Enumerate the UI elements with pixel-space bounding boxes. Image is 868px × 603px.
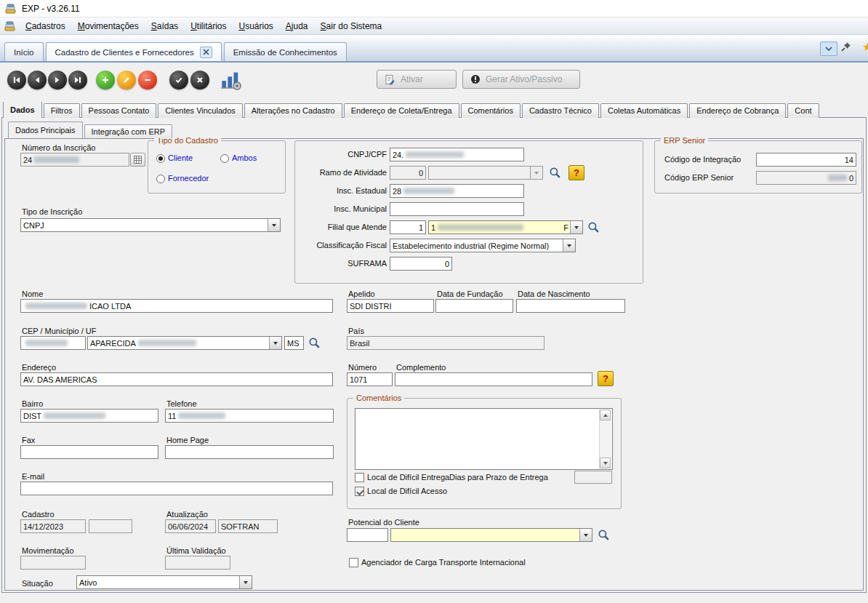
insc-estadual-field[interactable]: 28: [390, 184, 524, 198]
pin-icon[interactable]: [840, 41, 852, 52]
telefone-value: 11: [168, 412, 176, 420]
filial-atende-label: Filial que Atende: [300, 223, 387, 232]
cancel-button[interactable]: [190, 71, 209, 89]
email-field[interactable]: [20, 482, 333, 495]
checkbox-agenciador[interactable]: [349, 558, 358, 567]
ramo-atividade-help-button[interactable]: [568, 165, 584, 180]
gerar-ativo-passivo-button[interactable]: Gerar Ativo/Passivo: [462, 70, 580, 89]
tab-dados[interactable]: Dados: [3, 102, 42, 118]
confirm-button[interactable]: [169, 71, 188, 89]
dropdown-arrow-icon[interactable]: [579, 529, 592, 541]
telefone-field[interactable]: 11: [165, 409, 334, 423]
nav-next-button[interactable]: [48, 71, 67, 89]
tab-cont-clipped[interactable]: Cont: [787, 103, 819, 118]
tab-pessoas-contato[interactable]: Pessoas Contato: [81, 103, 157, 118]
comentarios-textarea[interactable]: [355, 408, 613, 470]
menu-cadastros[interactable]: Cadastros: [20, 19, 71, 33]
search-icon[interactable]: [587, 221, 600, 233]
nav-last-button[interactable]: [68, 71, 87, 89]
cadastro-label: Cadastro: [22, 510, 55, 519]
search-icon[interactable]: [308, 337, 321, 349]
menu-saidas[interactable]: Saídas: [145, 19, 184, 33]
insc-municipal-field[interactable]: [390, 202, 524, 216]
nome-field[interactable]: ICAO LTDA: [20, 299, 333, 313]
endereco-field[interactable]: AV. DAS AMERICAS: [20, 372, 333, 386]
search-icon[interactable]: [598, 529, 610, 541]
classificacao-fiscal-combo[interactable]: Estabelecimento industrial (Regime Norma…: [390, 239, 576, 252]
filial-atende-code: 1: [419, 223, 423, 232]
menu-movimentacoes[interactable]: Movimentações: [72, 19, 145, 33]
radio-cliente[interactable]: [156, 154, 165, 163]
scrollbar[interactable]: [599, 410, 611, 468]
apelido-value: SDI DISTRI: [350, 302, 391, 311]
check-icon: [174, 76, 183, 84]
cnpj-label: CNPJ/CPF: [300, 150, 387, 159]
tab-coletas-automaticas[interactable]: Coletas Automáticas: [600, 103, 688, 118]
radio-ambos[interactable]: [220, 154, 229, 163]
tab-alteracoes-cadastro[interactable]: Alterações no Cadastro: [244, 103, 342, 118]
tipo-inscricao-combo[interactable]: CNPJ: [20, 218, 281, 232]
potencial-cliente-combo[interactable]: [390, 528, 592, 542]
apelido-field[interactable]: SDI DISTRI: [347, 299, 434, 313]
pencil-icon: [122, 76, 131, 84]
radio-fornecedor[interactable]: [156, 175, 165, 183]
tab-endereco-cobranca[interactable]: Endereço de Cobrança: [689, 103, 786, 118]
tab-list-chevron-button[interactable]: [820, 41, 837, 56]
suframa-field[interactable]: 0: [390, 257, 452, 271]
numero-inscricao-lookup-button[interactable]: [130, 153, 145, 167]
tab-endereco-coleta-entrega[interactable]: Endereço de Coleta/Entrega: [344, 103, 459, 118]
add-record-button[interactable]: [96, 71, 115, 89]
nav-previous-button[interactable]: [28, 71, 47, 89]
dropdown-arrow-icon[interactable]: [570, 221, 582, 233]
favorites-star-icon[interactable]: ★: [862, 41, 868, 53]
dropdown-arrow-icon[interactable]: [268, 219, 280, 231]
cep-field[interactable]: [20, 336, 86, 350]
tab-integracao-erp[interactable]: Integração com ERP: [84, 124, 173, 138]
atualizacao-usuario-value: SOFTRAN: [221, 522, 260, 531]
ativar-button[interactable]: Ativar: [377, 70, 457, 89]
filial-atende-combo[interactable]: 1 F: [428, 220, 583, 234]
complemento-field[interactable]: [395, 372, 592, 386]
tab-cadastro-clientes-fornecedores[interactable]: Cadastro de Clientes e Fornecedores: [46, 42, 222, 61]
tab-inicio[interactable]: Início: [4, 42, 44, 61]
tab-emissao-conhecimentos[interactable]: Emissão de Conhecimentos: [224, 42, 347, 61]
municipio-combo[interactable]: APARECIDA: [87, 336, 282, 350]
tab-close-icon[interactable]: [200, 47, 212, 58]
cnpj-field[interactable]: 24.: [390, 148, 524, 161]
complemento-help-button[interactable]: [598, 371, 614, 386]
data-nascimento-field[interactable]: [516, 299, 625, 313]
pais-value: Brasil: [350, 339, 370, 348]
codigo-integracao-field[interactable]: 14: [756, 153, 856, 167]
bairro-field[interactable]: DIST: [20, 409, 158, 423]
tab-clientes-vinculados[interactable]: Clientes Vinculados: [158, 103, 242, 118]
dropdown-arrow-icon[interactable]: [563, 239, 575, 252]
numero-value: 1071: [350, 375, 367, 384]
filial-atende-code-field[interactable]: 1: [390, 220, 426, 234]
dias-prazo-entrega-field: [574, 471, 612, 484]
menu-utilitarios[interactable]: Utilitários: [185, 19, 232, 33]
data-fundacao-field[interactable]: [435, 299, 513, 313]
numero-field[interactable]: 1071: [347, 372, 393, 386]
uf-field[interactable]: MS: [284, 336, 304, 350]
tab-dados-principais[interactable]: Dados Principais: [8, 121, 83, 138]
tab-cadastro-tecnico[interactable]: Cadastro Técnico: [522, 103, 599, 118]
delete-record-button[interactable]: [138, 71, 157, 89]
dropdown-arrow-icon[interactable]: [269, 337, 281, 349]
chart-settings-icon[interactable]: [220, 69, 242, 91]
menu-usuarios[interactable]: Usuários: [233, 19, 278, 33]
tab-comentarios[interactable]: Comentários: [461, 103, 521, 118]
checkbox-dificil-entrega[interactable]: [355, 473, 364, 482]
tab-filtros[interactable]: Filtros: [44, 103, 80, 118]
fax-field[interactable]: [20, 445, 158, 459]
search-icon[interactable]: [549, 167, 561, 179]
potencial-cliente-code-field[interactable]: [347, 528, 388, 542]
home-page-field[interactable]: [165, 445, 334, 459]
scroll-up-icon[interactable]: [600, 410, 611, 420]
scroll-down-icon[interactable]: [600, 458, 611, 468]
edit-record-button[interactable]: [117, 71, 136, 89]
menu-sair-do-sistema[interactable]: Sair do Sistema: [315, 19, 388, 33]
situacao-combo[interactable]: Ativo: [76, 575, 252, 589]
dropdown-arrow-icon[interactable]: [239, 576, 252, 588]
nav-first-button[interactable]: [7, 71, 26, 89]
menu-ajuda[interactable]: Ajuda: [280, 19, 314, 33]
